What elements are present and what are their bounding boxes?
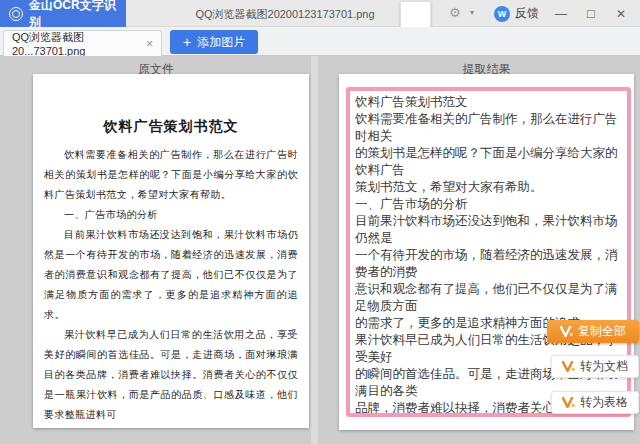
add-image-button[interactable]: + 添加图片 xyxy=(170,30,258,54)
result-line[interactable]: 一、广告市场的分析 xyxy=(355,196,623,213)
tab-bar: QQ浏览器截图20...73701.png × + 添加图片 xyxy=(0,27,640,56)
result-line[interactable]: 时相关 xyxy=(355,128,623,145)
result-line[interactable]: 足物质方面 xyxy=(355,298,623,315)
document-title: 饮料广告策划书范文 xyxy=(44,118,298,136)
image-thumbnail-preview[interactable] xyxy=(400,1,431,28)
feedback-label: 反馈 xyxy=(515,5,539,22)
close-button[interactable]: ✕ xyxy=(606,0,636,27)
add-image-label: 添加图片 xyxy=(197,34,245,51)
document-paragraph: 目前果汁饮料市场还没达到饱和，果汁饮料市场仍然是一个有待开发的市场，随着经济的迅… xyxy=(44,225,298,325)
image-tab-label: QQ浏览器截图20...73701.png xyxy=(12,30,140,57)
result-line[interactable]: 费者的消费 xyxy=(355,264,623,281)
document-paragraph: 一、广告市场的分析 xyxy=(44,205,298,225)
minimize-button[interactable]: — xyxy=(546,0,576,27)
tab-close-icon[interactable]: × xyxy=(146,37,153,51)
result-line[interactable]: 饮料需要准备相关的广告制作，那么在进行广告 xyxy=(355,111,623,128)
kingsoft-v-icon xyxy=(560,326,573,337)
result-line[interactable]: 饮料广告 xyxy=(355,162,623,179)
image-tab[interactable]: QQ浏览器截图20...73701.png × xyxy=(3,30,162,56)
panel-divider[interactable] xyxy=(311,56,318,444)
result-line[interactable]: 饮料广告策划书范文 xyxy=(355,94,623,111)
document-content: 饮料广告策划书范文 饮料需要准备相关的广告制作，那么在进行广告时相关的策划书是怎… xyxy=(44,118,298,425)
window-controls: — □ ✕ xyxy=(546,0,636,27)
settings-dropdown-caret-icon[interactable]: ▾ xyxy=(470,8,474,17)
convert-to-document-label: 转为文档 xyxy=(580,358,628,375)
convert-to-table-label: 转为表格 xyxy=(580,394,628,411)
feedback-button[interactable]: W 反馈 xyxy=(494,5,539,22)
copy-all-button[interactable]: 复制全部 xyxy=(547,320,639,343)
maximize-button[interactable]: □ xyxy=(576,0,606,27)
feedback-w-icon: W xyxy=(494,6,510,22)
settings-gear-icon[interactable]: ⚙ xyxy=(449,5,461,21)
result-line[interactable]: 目前果汁饮料市场还没达到饱和，果汁饮料市场 xyxy=(355,213,623,230)
document-paragraph: 饮料需要准备相关的广告制作，那么在进行广告时相关的策划书是怎样的呢？下面是小编分… xyxy=(44,145,298,205)
app-badge: 金山OCR文字识别 xyxy=(0,0,126,27)
app-name: 金山OCR文字识别 xyxy=(29,0,126,31)
kingsoft-v-icon xyxy=(562,397,575,408)
window-title: QQ浏览器截图20200123173701.png xyxy=(160,7,410,22)
original-document-preview[interactable]: 饮料广告策划书范文 饮料需要准备相关的广告制作，那么在进行广告时相关的策划书是怎… xyxy=(33,74,309,428)
convert-to-document-button[interactable]: 转为文档 xyxy=(551,355,639,378)
title-bar: 金山OCR文字识别 QQ浏览器截图20200123173701.png ⚙ ▾ … xyxy=(0,0,640,27)
result-line[interactable]: 仍然是 xyxy=(355,230,623,247)
kingsoft-v-icon xyxy=(562,361,575,372)
plus-icon: + xyxy=(183,35,191,49)
document-paragraph: 果汁饮料早已成为人们日常的生活饮用之品，享受美好的瞬间的首选佳品。可是，走进商场… xyxy=(44,325,298,425)
result-line[interactable]: 的策划书是怎样的呢？下面是小编分享给大家的 xyxy=(355,145,623,162)
app-logo-icon xyxy=(9,7,23,21)
main-content: 原文件 提取结果 饮料广告策划书范文 饮料需要准备相关的广告制作，那么在进行广告… xyxy=(0,56,640,444)
convert-to-table-button[interactable]: 转为表格 xyxy=(551,391,639,414)
result-line[interactable]: 策划书范文，希望对大家有希助。 xyxy=(355,179,623,196)
result-line[interactable]: 一个有待开发的市场，随着经济的迅速发展，消 xyxy=(355,247,623,264)
result-line[interactable]: 意识和观念都有了提高，他们已不仅仅是为了满 xyxy=(355,281,623,298)
copy-all-label: 复制全部 xyxy=(578,323,626,340)
